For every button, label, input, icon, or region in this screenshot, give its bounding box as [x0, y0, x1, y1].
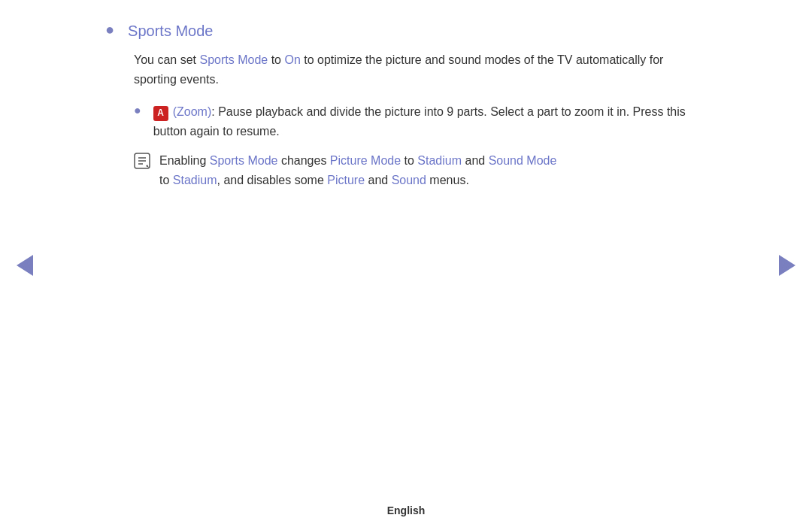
top-bullet-item: ● Sports Mode [105, 23, 707, 40]
desc-sports-mode-link: Sports Mode [199, 53, 268, 66]
note-changes: changes [277, 154, 329, 167]
sub-bullet-dot: ● [134, 104, 141, 117]
nav-right-button[interactable] [776, 254, 798, 277]
note-picture-mode-link: Picture Mode [330, 154, 401, 167]
sub-bullets-container: ● A(Zoom): Pause playback and divide the… [134, 102, 707, 141]
note-and1: and [462, 154, 489, 167]
note-stadium-link-1: Stadium [417, 154, 462, 167]
note-picture-link: Picture [327, 174, 365, 186]
note-enabling: Enabling [159, 154, 210, 167]
note-stadium-link-2: Stadium [173, 174, 217, 186]
note-sports-mode-link: Sports Mode [210, 154, 278, 167]
note-sound-mode-link: Sound Mode [489, 154, 557, 167]
note-sound-link: Sound [392, 174, 426, 186]
sports-mode-heading: Sports Mode [128, 23, 213, 40]
a-button-icon: A [153, 106, 168, 121]
zoom-bullet-content: A(Zoom): Pause playback and divide the p… [153, 102, 707, 141]
top-bullet-dot: ● [105, 21, 114, 38]
note-icon [134, 153, 150, 169]
note-to1: to [401, 154, 417, 167]
note-and2: and [365, 174, 392, 186]
desc-on-link: On [284, 53, 300, 66]
main-content: ● Sports Mode You can set Sports Mode to… [45, 0, 767, 235]
left-arrow-icon [17, 255, 33, 276]
zoom-bullet-item: ● A(Zoom): Pause playback and divide the… [134, 102, 707, 141]
nav-left-button[interactable] [14, 254, 36, 277]
zoom-text: : Pause playback and divide the picture … [153, 105, 686, 138]
note-end: menus. [426, 174, 469, 186]
desc-text-before: You can set [134, 53, 199, 66]
note-to2: to [159, 174, 173, 186]
footer-language: English [387, 504, 426, 516]
zoom-link: (Zoom) [173, 105, 212, 118]
right-arrow-icon [779, 255, 795, 276]
note-text: Enabling Sports Mode changes Picture Mod… [159, 151, 556, 189]
note-disables: , and disables some [217, 174, 328, 186]
desc-text-to: to [268, 53, 284, 66]
description-paragraph: You can set Sports Mode to On to optimiz… [134, 50, 707, 89]
note-item: Enabling Sports Mode changes Picture Mod… [134, 151, 707, 189]
